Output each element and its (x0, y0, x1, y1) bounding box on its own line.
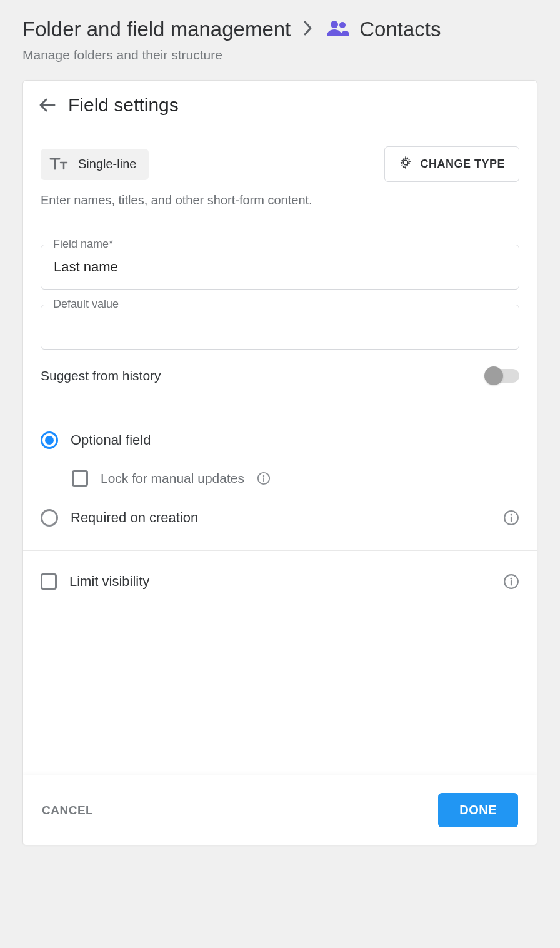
suggest-history-toggle[interactable] (487, 369, 519, 383)
field-name-input[interactable] (41, 245, 519, 290)
info-icon[interactable] (257, 471, 271, 485)
gear-icon (399, 156, 412, 173)
svg-point-9 (511, 578, 512, 580)
field-type-label: Single-line (78, 157, 136, 171)
info-icon[interactable] (503, 510, 519, 526)
svg-point-0 (331, 21, 338, 28)
required-on-creation-label: Required on creation (71, 510, 198, 526)
contacts-icon (326, 19, 351, 39)
svg-rect-7 (511, 517, 512, 522)
cancel-button[interactable]: CANCEL (42, 804, 93, 817)
svg-point-1 (339, 22, 346, 28)
svg-rect-10 (511, 580, 512, 586)
default-value-input[interactable] (41, 305, 519, 350)
back-arrow-icon[interactable] (38, 96, 57, 114)
lock-updates-label: Lock for manual updates (101, 471, 244, 486)
page-subtitle: Manage folders and their structure (22, 48, 538, 63)
limit-visibility-checkbox[interactable] (41, 573, 57, 590)
panel-title: Field settings (68, 94, 179, 116)
breadcrumb-root[interactable]: Folder and field management (22, 18, 291, 41)
info-icon[interactable] (503, 573, 519, 590)
field-name-label: Field name* (49, 238, 117, 251)
suggest-history-label: Suggest from history (41, 368, 161, 383)
type-description: Enter names, titles, and other short-for… (41, 193, 519, 208)
lock-updates-checkbox[interactable] (72, 470, 88, 487)
limit-visibility-label: Limit visibility (69, 573, 149, 590)
svg-rect-4 (263, 477, 264, 482)
chevron-right-icon (303, 20, 313, 39)
done-button[interactable]: DONE (438, 793, 518, 827)
text-type-icon (49, 155, 68, 174)
required-on-creation-radio[interactable] (41, 509, 58, 527)
breadcrumb: Folder and field management Contacts (22, 18, 538, 41)
svg-point-3 (263, 475, 264, 477)
default-value-label: Default value (49, 298, 122, 311)
field-type-chip: Single-line (41, 149, 149, 180)
svg-point-6 (511, 514, 512, 516)
change-type-label: CHANGE TYPE (420, 158, 505, 171)
change-type-button[interactable]: CHANGE TYPE (384, 146, 519, 182)
field-settings-panel: Field settings Single-line (22, 80, 538, 845)
optional-field-label: Optional field (71, 432, 151, 448)
optional-field-radio[interactable] (41, 431, 58, 449)
breadcrumb-current[interactable]: Contacts (359, 18, 441, 41)
